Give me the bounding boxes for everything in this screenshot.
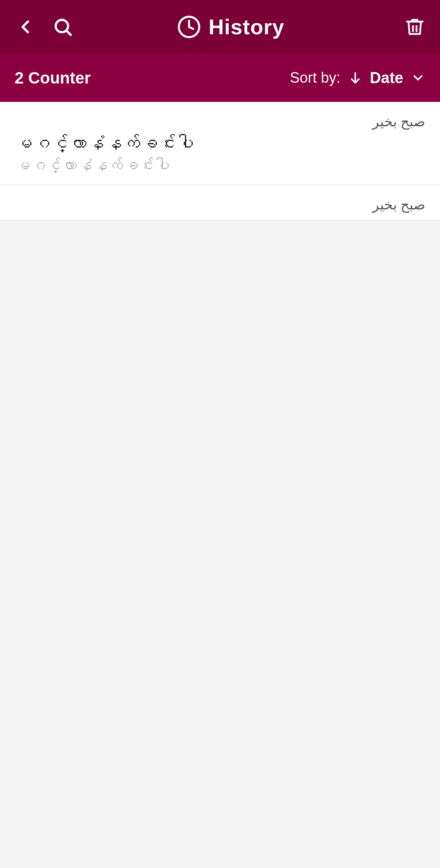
trash-button[interactable]: [404, 16, 425, 37]
page-title: History: [209, 15, 284, 39]
source-row: صبح بخير: [15, 113, 425, 130]
sort-controls[interactable]: Sort by: Date: [290, 69, 425, 87]
sort-by-label: Sort by:: [290, 69, 341, 86]
source-text: صبح بخير: [372, 113, 425, 130]
source-bottom-row: صبح بخير: [15, 196, 425, 213]
list-item[interactable]: صبح بخير: [0, 185, 440, 220]
sort-date-label: Date: [370, 69, 403, 87]
main-translation-text: မင်္ဂလာနံနက်ခင်းပါ: [15, 134, 425, 154]
sort-dropdown-icon[interactable]: [411, 70, 425, 85]
app-header: History: [0, 0, 440, 54]
header-title-area: History: [73, 15, 388, 39]
sort-direction-icon[interactable]: [348, 70, 363, 85]
history-list: صبح بخير မင်္ဂလာနံနက်ခင်းပါ မင်္ဂလာနံနက်…: [0, 102, 440, 868]
secondary-translation-text: မင်္ဂလာနံနက်ခင်းပါ: [15, 157, 425, 175]
list-item[interactable]: صبح بخير မင်္ဂလာနံနက်ခင်းပါ မင်္ဂလာနံနက်…: [0, 102, 440, 185]
clock-icon: [177, 15, 201, 39]
svg-line-1: [67, 31, 70, 35]
back-button[interactable]: [15, 16, 36, 37]
counter-label: 2 Counter: [15, 69, 290, 87]
search-button[interactable]: [52, 16, 73, 37]
subheader-bar: 2 Counter Sort by: Date: [0, 54, 440, 102]
source-bottom-text: صبح بخير: [372, 196, 425, 213]
